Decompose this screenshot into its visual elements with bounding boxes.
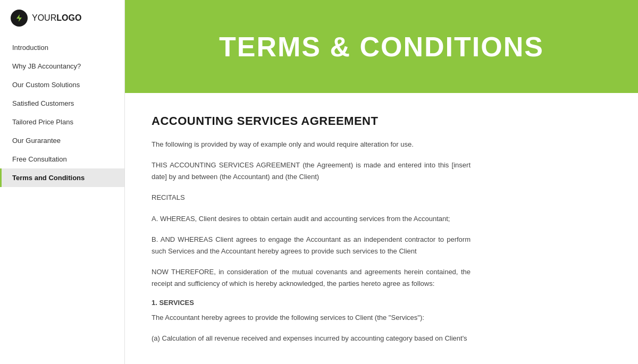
sidebar-item-free-consultation[interactable]: Free Consultation [0,150,124,168]
sidebar-item-tailored-price-plans[interactable]: Tailored Price Plans [0,113,124,131]
content-para-3: A. WHEREAS, Client desires to obtain cer… [152,213,471,224]
sidebar-item-why-jb[interactable]: Why JB Accountancy? [0,57,124,75]
content-para-4: B. AND WHEREAS Client agrees to engage t… [152,234,471,257]
logo-text: YOURLOGO [32,13,81,23]
sidebar-item-our-guarantee[interactable]: Our Gurarantee [0,131,124,150]
agreement-title: ACCOUNTING SERVICES AGREEMENT [152,114,471,128]
logo-logo: LOGO [56,13,81,22]
hero-banner: TERMS & CONDITIONS [125,0,638,93]
content-para-6: The Accountant hereby agrees to provide … [152,312,471,323]
content-para-7: (a) Calculation of all revenue received … [152,333,471,344]
hero-title: TERMS & CONDITIONS [219,31,544,63]
sidebar-item-terms-and-conditions[interactable]: Terms and Conditions [0,168,124,187]
logo-your: YOUR [32,13,56,22]
services-heading: 1. SERVICES [152,299,471,307]
content-area: ACCOUNTING SERVICES AGREEMENT The follow… [125,93,497,364]
logo-area: YOURLOGO [0,0,124,38]
recitals-label: RECITALS [152,192,471,203]
main-content: TERMS & CONDITIONS ACCOUNTING SERVICES A… [125,0,638,364]
content-para-2: THIS ACCOUNTING SERVICES AGREEMENT (the … [152,159,471,182]
sidebar-item-custom-solutions[interactable]: Our Custom Solutions [0,75,124,94]
sidebar-item-introduction[interactable]: Introduction [0,38,124,57]
sidebar-item-satisfied-customers[interactable]: Satisfied Customers [0,94,124,113]
svg-marker-0 [16,14,22,22]
sidebar: YOURLOGO Introduction Why JB Accountancy… [0,0,125,364]
content-para-1: The following is provided by way of exam… [152,139,471,150]
logo-icon [11,10,28,27]
content-para-5: NOW THEREFORE, in consideration of the m… [152,266,471,289]
